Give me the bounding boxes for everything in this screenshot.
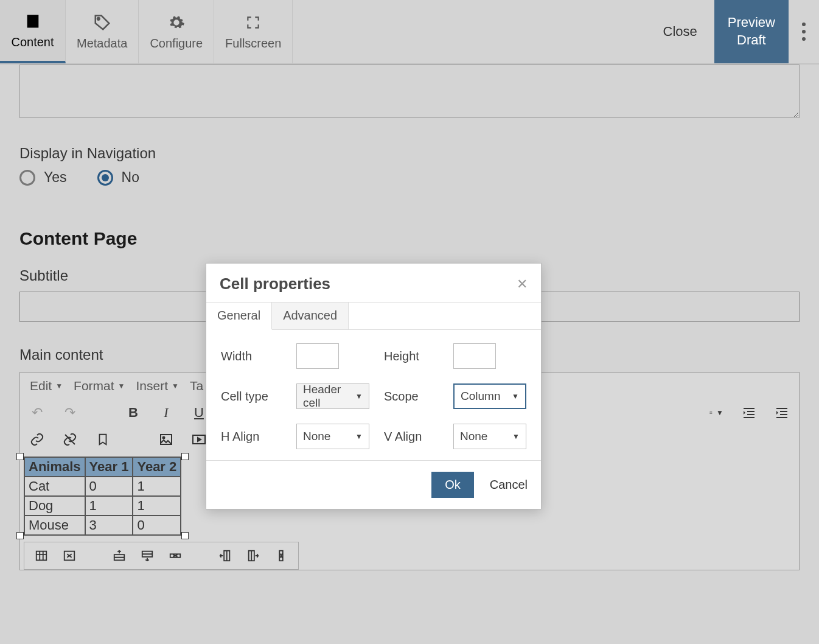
tab-content[interactable]: Content: [0, 0, 66, 63]
chevron-down-icon: ▼: [355, 432, 363, 441]
menu-format[interactable]: Format▼: [74, 379, 125, 393]
tab-metadata[interactable]: Metadata: [66, 0, 139, 63]
tab-label: Content: [11, 35, 54, 49]
modal-tabs: General Advanced: [206, 302, 541, 330]
insert-col-left-icon[interactable]: [218, 548, 232, 563]
cell-type-label: Cell type: [221, 390, 288, 404]
table-header-row: Animals Year 1 Year 2: [24, 457, 181, 477]
insert-row-below-icon[interactable]: [140, 548, 155, 563]
radio-icon: [97, 170, 113, 186]
svg-point-0: [97, 17, 100, 19]
toolbar-spacer: [293, 0, 646, 63]
modal-tab-general[interactable]: General: [206, 303, 272, 330]
table-cell[interactable]: 3: [85, 516, 133, 535]
insert-col-right-icon[interactable]: [246, 548, 260, 563]
table-cell[interactable]: Mouse: [24, 516, 85, 535]
image-button[interactable]: [159, 432, 173, 447]
content-icon: [24, 12, 42, 30]
cancel-button[interactable]: Cancel: [490, 478, 528, 492]
table-row: Cat 0 1: [24, 477, 181, 496]
outdent-button[interactable]: [742, 405, 756, 420]
modal-close-button[interactable]: ✕: [517, 276, 528, 292]
chevron-down-icon: ▼: [512, 392, 519, 401]
display-in-nav-label: Display in Navigation: [19, 145, 800, 162]
modal-title: Cell properties: [220, 275, 330, 293]
table-header-cell[interactable]: Animals: [24, 457, 85, 477]
kebab-dot-icon: [802, 37, 806, 41]
menu-edit[interactable]: Edit▼: [30, 379, 63, 393]
ok-button[interactable]: Ok: [431, 472, 474, 498]
undo-icon: ↶: [30, 405, 44, 420]
indent-button[interactable]: [775, 405, 789, 420]
more-menu-button[interactable]: [789, 0, 819, 63]
width-input[interactable]: [296, 343, 339, 369]
delete-col-icon[interactable]: [274, 548, 288, 563]
radio-yes[interactable]: Yes: [19, 169, 67, 186]
content-page-heading: Content Page: [19, 228, 800, 249]
scope-select[interactable]: Column▼: [453, 383, 526, 409]
chevron-down-icon: ▼: [512, 432, 520, 441]
selection-handle-icon[interactable]: [16, 532, 24, 539]
numbered-list-button[interactable]: ▼: [709, 405, 723, 420]
table-cell[interactable]: Dog: [24, 496, 85, 516]
tab-label: Fullscreen: [225, 37, 281, 51]
redo-icon: ↷: [63, 405, 77, 420]
selection-handle-icon[interactable]: [181, 453, 189, 460]
table-header-cell[interactable]: Year 1: [85, 457, 133, 477]
table-cell[interactable]: Cat: [24, 477, 85, 496]
height-label: Height: [384, 349, 445, 363]
delete-table-icon[interactable]: [62, 548, 77, 563]
bold-button[interactable]: B: [126, 405, 141, 420]
height-input[interactable]: [453, 343, 496, 369]
table-cell[interactable]: 1: [133, 477, 181, 496]
tab-fullscreen[interactable]: Fullscreen: [214, 0, 293, 63]
delete-row-icon[interactable]: [168, 548, 183, 563]
modal-tab-advanced[interactable]: Advanced: [272, 303, 349, 329]
table-cell[interactable]: 0: [133, 516, 181, 535]
v-align-label: V Align: [384, 430, 445, 444]
content-table[interactable]: Animals Year 1 Year 2 Cat 0 1 Dog 1 1: [24, 457, 181, 536]
fullscreen-icon: [244, 13, 262, 32]
menu-table-partial[interactable]: Ta: [190, 379, 203, 393]
italic-button[interactable]: I: [159, 405, 173, 420]
radio-icon: [19, 170, 35, 186]
link-button[interactable]: [30, 432, 44, 447]
chevron-down-icon: ▼: [355, 392, 363, 401]
v-align-select[interactable]: None▼: [453, 424, 526, 449]
bookmark-button[interactable]: [96, 432, 110, 447]
table-cell[interactable]: 0: [85, 477, 133, 496]
selection-handle-icon[interactable]: [181, 532, 189, 539]
table-cell[interactable]: 1: [85, 496, 133, 516]
table-row: Mouse 3 0: [24, 516, 181, 535]
cell-type-select[interactable]: Header cell▼: [296, 383, 369, 409]
tab-label: Configure: [150, 37, 203, 51]
underline-button[interactable]: U: [192, 405, 206, 420]
video-button[interactable]: [192, 432, 206, 447]
description-textarea[interactable]: [19, 65, 800, 118]
preview-draft-button[interactable]: Preview Draft: [714, 0, 789, 63]
radio-label: Yes: [44, 169, 67, 186]
h-align-label: H Align: [221, 430, 288, 444]
table-context-toolbar: [24, 542, 299, 570]
kebab-dot-icon: [802, 23, 806, 26]
selection-handle-icon[interactable]: [16, 453, 24, 460]
cell-properties-modal: Cell properties ✕ General Advanced Width…: [206, 263, 542, 509]
radio-no[interactable]: No: [97, 169, 139, 186]
tab-configure[interactable]: Configure: [139, 0, 214, 63]
table-properties-icon[interactable]: [34, 548, 49, 563]
table-row: Dog 1 1: [24, 496, 181, 516]
table-header-cell[interactable]: Year 2: [133, 457, 181, 477]
h-align-select[interactable]: None▼: [296, 424, 369, 449]
insert-row-above-icon[interactable]: [112, 548, 127, 563]
close-button[interactable]: Close: [646, 0, 714, 63]
table-cell[interactable]: 1: [133, 496, 181, 516]
width-label: Width: [221, 349, 288, 363]
scope-label: Scope: [384, 390, 445, 404]
svg-rect-4: [37, 551, 47, 561]
display-in-nav-radio-group: Yes No: [19, 169, 800, 186]
tag-icon: [93, 13, 111, 32]
kebab-dot-icon: [802, 30, 806, 33]
close-icon: ✕: [517, 276, 528, 292]
menu-insert[interactable]: Insert▼: [136, 379, 178, 393]
unlink-button[interactable]: [63, 432, 77, 447]
